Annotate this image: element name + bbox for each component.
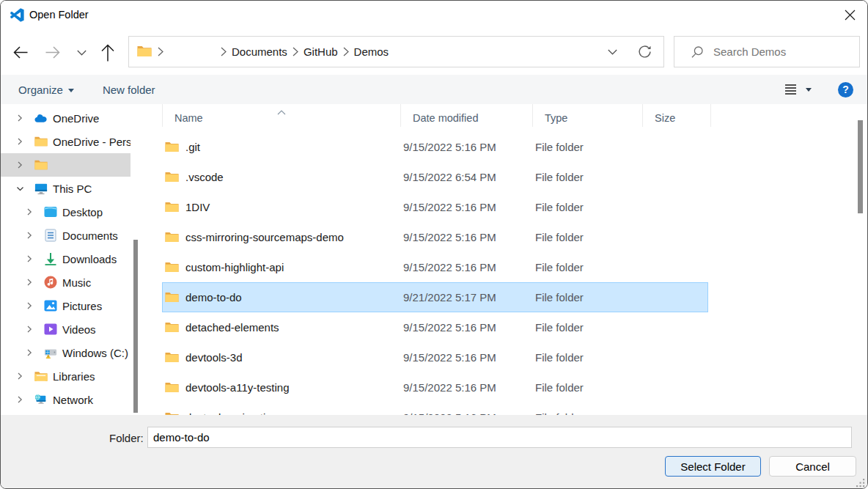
- file-row[interactable]: 1DIV9/15/2022 5:16 PMFile folder: [162, 192, 708, 222]
- folder-icon: [34, 158, 48, 172]
- chevron-right-icon[interactable]: [158, 47, 163, 56]
- chevron-right-icon: [293, 47, 298, 56]
- column-header-date-modified[interactable]: Date modified: [401, 104, 533, 127]
- folder-icon: [165, 202, 179, 213]
- resize-grip[interactable]: [856, 477, 865, 487]
- sidebar-item-downloads[interactable]: Downloads: [1, 247, 130, 271]
- sort-ascending-icon: [277, 106, 286, 117]
- chevron-down-icon[interactable]: [15, 184, 24, 193]
- chevron-right-icon[interactable]: [25, 231, 34, 240]
- view-mode-icon[interactable]: [785, 84, 796, 95]
- forward-icon[interactable]: [45, 30, 60, 75]
- sidebar-item-this-pc[interactable]: This PC: [1, 177, 130, 200]
- open-folder-dialog: Open Folder DocumentsGitHubDemos Search …: [0, 0, 868, 489]
- title-bar: Open Folder: [1, 1, 867, 30]
- file-row[interactable]: detached-elements9/15/2022 5:16 PMFile f…: [162, 312, 708, 342]
- select-folder-button[interactable]: Select Folder: [665, 456, 761, 477]
- search-box[interactable]: Search Demos: [674, 36, 860, 67]
- sidebar-item-windows-c-[interactable]: Windows (C:): [1, 341, 130, 364]
- breadcrumb-segment[interactable]: Documents: [216, 45, 287, 58]
- breadcrumb-segment[interactable]: GitHub: [287, 45, 338, 58]
- chevron-right-icon[interactable]: [25, 254, 34, 263]
- sidebar-item-desktop[interactable]: Desktop: [1, 200, 130, 224]
- folder-icon: [165, 262, 179, 273]
- search-placeholder: Search Demos: [713, 45, 786, 58]
- cancel-button[interactable]: Cancel: [769, 456, 856, 477]
- new-folder-button[interactable]: New folder: [103, 84, 155, 96]
- sidebar-item-onedrive[interactable]: OneDrive: [1, 106, 130, 130]
- navigation-bar: DocumentsGitHubDemos Search Demos: [1, 30, 867, 75]
- sidebar-item-onedrive-persc[interactable]: OneDrive - Persc: [1, 130, 130, 153]
- videos-icon: [44, 323, 57, 336]
- help-icon[interactable]: ?: [838, 82, 853, 98]
- folder-icon: [165, 322, 179, 334]
- refresh-icon[interactable]: [638, 45, 652, 59]
- chevron-right-icon[interactable]: [25, 348, 34, 357]
- tree-scrollbar-thumb[interactable]: [133, 240, 138, 413]
- file-row[interactable]: devtools-animations9/15/2022 5:16 PMFile…: [162, 402, 708, 415]
- footer-bar: Folder: demo-to-do Select Folder Cancel: [1, 415, 867, 489]
- file-list: NameDate modifiedTypeSize .git9/15/2022 …: [144, 104, 853, 415]
- sidebar-item-documents[interactable]: Documents: [1, 224, 130, 247]
- chevron-right-icon[interactable]: [25, 207, 34, 216]
- folder-icon: [165, 352, 179, 364]
- breadcrumb-segment[interactable]: Demos: [338, 45, 389, 58]
- documents-icon: [44, 229, 57, 242]
- folder-icon: [165, 141, 179, 153]
- windows-drive-icon: [44, 346, 57, 359]
- sidebar-item-folder[interactable]: [1, 153, 130, 177]
- view-mode-caret-icon[interactable]: [806, 88, 812, 92]
- close-icon[interactable]: [845, 10, 856, 21]
- chevron-right-icon[interactable]: [15, 372, 24, 380]
- column-header-type[interactable]: Type: [533, 104, 643, 127]
- pictures-icon: [44, 299, 57, 312]
- chevron-right-icon[interactable]: [15, 395, 24, 404]
- column-header-name[interactable]: Name: [163, 104, 401, 127]
- folder-icon: [34, 135, 48, 148]
- sidebar-item-videos[interactable]: Videos: [1, 317, 130, 341]
- recent-locations-chevron-icon[interactable]: [76, 30, 87, 75]
- chevron-right-icon[interactable]: [25, 325, 34, 334]
- address-bar[interactable]: DocumentsGitHubDemos: [128, 36, 664, 67]
- address-dropdown-chevron-icon[interactable]: [608, 49, 617, 55]
- vscode-icon: [10, 8, 24, 22]
- music-icon: [44, 276, 57, 289]
- sidebar-item-pictures[interactable]: Pictures: [1, 294, 130, 317]
- sidebar-item-music[interactable]: Music: [1, 271, 130, 294]
- chevron-right-icon[interactable]: [25, 301, 34, 310]
- organize-button[interactable]: Organize: [18, 84, 74, 96]
- file-row[interactable]: demo-to-do9/21/2022 5:17 PMFile folder: [162, 282, 708, 312]
- folder-icon: [165, 172, 179, 183]
- folder-icon: [165, 382, 179, 394]
- list-scrollbar-thumb[interactable]: [858, 120, 863, 213]
- onedrive-cloud-icon: [34, 111, 48, 125]
- folder-name-input[interactable]: demo-to-do: [147, 427, 852, 448]
- folder-icon: [137, 45, 152, 58]
- back-icon[interactable]: [13, 30, 28, 75]
- up-icon[interactable]: [101, 30, 114, 75]
- network-icon: [34, 393, 48, 406]
- chevron-right-icon: [221, 47, 227, 56]
- downloads-icon: [44, 252, 57, 265]
- chevron-right-icon[interactable]: [15, 137, 24, 146]
- file-row[interactable]: css-mirroring-sourcemaps-demo9/15/2022 5…: [162, 222, 708, 252]
- folder-tree: OneDriveOneDrive - PerscThis PCDesktopDo…: [1, 104, 130, 415]
- chevron-right-icon[interactable]: [15, 161, 24, 169]
- chevron-right-icon[interactable]: [15, 114, 24, 122]
- file-row[interactable]: .git9/15/2022 5:16 PMFile folder: [162, 132, 708, 162]
- file-row[interactable]: devtools-3d9/15/2022 5:16 PMFile folder: [162, 342, 708, 372]
- file-row[interactable]: devtools-a11y-testing9/15/2022 5:16 PMFi…: [162, 372, 708, 402]
- sidebar-item-libraries[interactable]: Libraries: [1, 364, 130, 388]
- column-header-size[interactable]: Size: [643, 104, 711, 127]
- file-row[interactable]: .vscode9/15/2022 6:54 PMFile folder: [162, 162, 708, 192]
- search-icon: [691, 46, 703, 58]
- file-row[interactable]: custom-highlight-api9/15/2022 5:16 PMFil…: [162, 252, 708, 282]
- chevron-right-icon[interactable]: [25, 278, 34, 287]
- organize-caret-icon: [68, 89, 74, 92]
- libraries-icon: [34, 369, 48, 383]
- main-area: OneDriveOneDrive - PerscThis PCDesktopDo…: [1, 104, 867, 415]
- sidebar-item-network[interactable]: Network: [1, 388, 130, 411]
- chevron-right-icon: [343, 47, 349, 56]
- folder-icon: [165, 232, 179, 243]
- folder-field-label: Folder:: [109, 432, 144, 444]
